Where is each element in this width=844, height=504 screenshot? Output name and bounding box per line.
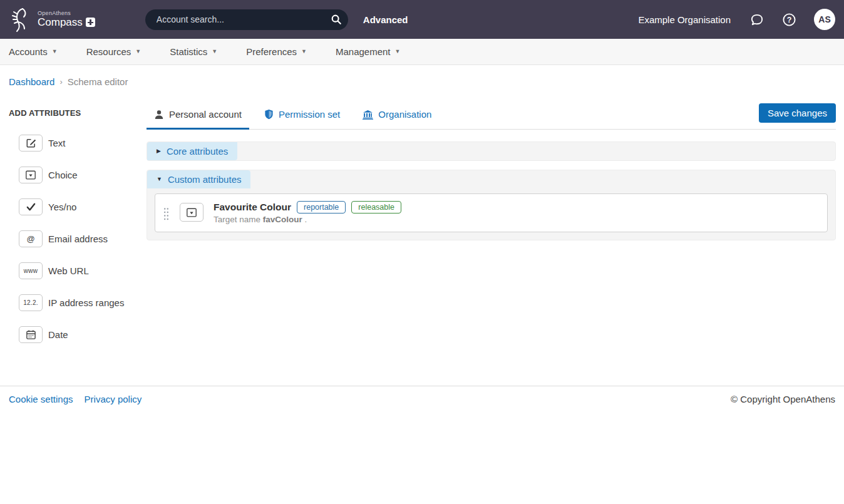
reportable-badge: reportable <box>297 201 346 213</box>
schema-editor-main: Personal account Permission set <box>147 103 836 240</box>
organisation-name: Example Organisation <box>638 14 731 25</box>
account-search <box>145 9 348 30</box>
openathens-logo-icon <box>9 6 33 33</box>
help-icon: ? <box>782 13 796 27</box>
plus-badge-icon <box>86 18 95 27</box>
at-icon: @ <box>19 230 43 247</box>
shield-icon <box>264 109 274 120</box>
sidebar-item-ip-ranges[interactable]: 12.2. IP address ranges <box>9 294 147 311</box>
sidebar-item-text[interactable]: Text <box>9 135 147 152</box>
add-attributes-sidebar: ADD ATTRIBUTES Text Choice <box>9 103 147 343</box>
chevron-down-icon: ▼ <box>135 49 141 54</box>
nav-item-accounts[interactable]: Accounts ▼ <box>9 46 58 57</box>
tab-permission-set[interactable]: Permission set <box>257 103 347 130</box>
calendar-icon <box>19 326 43 343</box>
cookie-settings-link[interactable]: Cookie settings <box>9 394 73 404</box>
tab-organisation[interactable]: Organisation <box>355 103 439 130</box>
drag-handle-icon[interactable] <box>163 207 169 221</box>
page-main: ADD ATTRIBUTES Text Choice <box>0 87 844 386</box>
dropdown-icon <box>180 203 203 222</box>
brand-logo[interactable]: OpenAthens Compass <box>9 6 95 33</box>
help-button[interactable]: ? <box>782 13 796 27</box>
nav-item-resources[interactable]: Resources ▼ <box>86 46 142 57</box>
dropdown-icon <box>19 167 43 183</box>
search-button[interactable] <box>328 11 344 28</box>
chat-icon <box>749 13 764 27</box>
save-changes-button[interactable]: Save changes <box>759 103 836 123</box>
attribute-target-name: Target name favColour . <box>214 215 307 224</box>
chevron-down-icon: ▼ <box>301 49 307 54</box>
brand-name-label: Compass <box>38 17 83 29</box>
attribute-card-text: Favourite Colour reportable releasable T… <box>214 201 401 224</box>
check-icon <box>19 198 43 215</box>
pencil-square-icon <box>19 135 43 152</box>
chevron-down-icon: ▼ <box>52 49 58 54</box>
releasable-badge: releasable <box>351 201 401 213</box>
sidebar-item-date[interactable]: Date <box>9 326 147 343</box>
custom-attributes-toggle[interactable]: ▼ Custom attributes <box>147 170 250 188</box>
app-header: OpenAthens Compass Advanced Example Orga… <box>0 0 844 39</box>
breadcrumb-dashboard-link[interactable]: Dashboard <box>9 76 54 87</box>
core-attributes-panel: ▶ Core attributes <box>147 141 836 161</box>
chevron-down-icon: ▼ <box>395 49 401 54</box>
custom-attributes-body: Favourite Colour reportable releasable T… <box>147 188 835 240</box>
sidebar-heading: ADD ATTRIBUTES <box>9 108 147 118</box>
schema-tabs: Personal account Permission set <box>147 103 836 130</box>
custom-attributes-panel: ▼ Custom attributes <box>147 170 836 240</box>
sidebar-item-choice[interactable]: Choice <box>9 167 147 183</box>
advanced-search-link[interactable]: Advanced <box>363 14 408 25</box>
collapse-right-icon: ▶ <box>157 148 161 154</box>
breadcrumb: Dashboard › Schema editor <box>0 65 844 87</box>
user-avatar[interactable]: AS <box>814 9 835 30</box>
chevron-down-icon: ▼ <box>212 49 217 54</box>
nav-item-preferences[interactable]: Preferences ▼ <box>246 46 307 57</box>
tab-personal-account[interactable]: Personal account <box>147 103 249 130</box>
copyright-text: © Copyright OpenAthens <box>731 394 835 404</box>
svg-text:?: ? <box>787 15 792 24</box>
sidebar-item-weburl[interactable]: www Web URL <box>9 262 147 279</box>
sidebar-item-yesno[interactable]: Yes/no <box>9 198 147 215</box>
bank-icon <box>363 110 373 120</box>
sidebar-item-email[interactable]: @ Email address <box>9 230 147 247</box>
search-icon <box>331 14 342 25</box>
privacy-policy-link[interactable]: Privacy policy <box>85 394 142 404</box>
account-search-input[interactable] <box>155 14 328 25</box>
breadcrumb-current: Schema editor <box>68 76 128 87</box>
breadcrumb-separator-icon: › <box>59 77 62 86</box>
collapse-down-icon: ▼ <box>157 177 162 182</box>
ip-range-icon: 12.2. <box>19 294 43 311</box>
chat-button[interactable] <box>749 13 764 27</box>
attribute-card-favourite-colour[interactable]: Favourite Colour reportable releasable T… <box>155 193 828 232</box>
core-attributes-toggle[interactable]: ▶ Core attributes <box>147 142 237 160</box>
person-icon <box>154 110 164 120</box>
nav-item-management[interactable]: Management ▼ <box>336 46 400 57</box>
nav-item-statistics[interactable]: Statistics ▼ <box>170 46 217 57</box>
main-nav: Accounts ▼ Resources ▼ Statistics ▼ Pref… <box>0 39 844 65</box>
app-footer: Cookie settings Privacy policy © Copyrig… <box>0 386 844 412</box>
attribute-title: Favourite Colour <box>214 202 291 213</box>
www-icon: www <box>19 262 43 279</box>
